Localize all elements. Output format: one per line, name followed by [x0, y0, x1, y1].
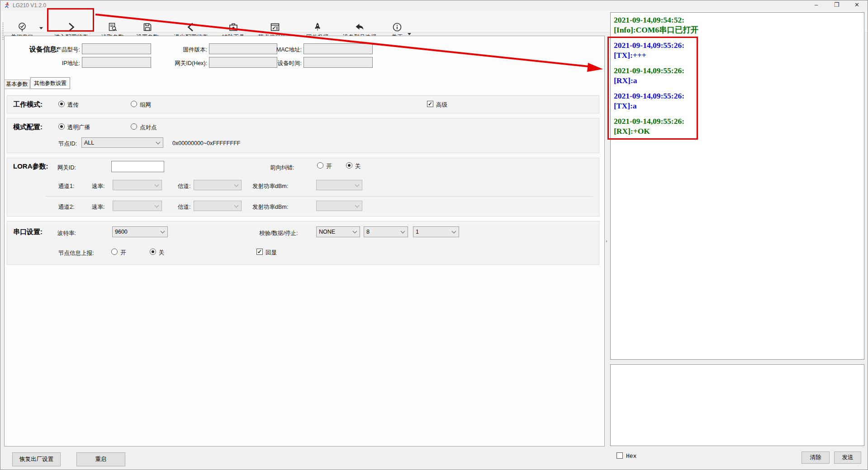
fec-off-radio[interactable] [346, 162, 352, 169]
mode-broadcast-label: 透明广播 [67, 124, 90, 132]
node-report-on-label: 开 [120, 249, 126, 257]
advanced-checkbox[interactable] [427, 101, 433, 107]
rocket-icon [312, 21, 323, 33]
mac-address-label: MAC地址: [265, 46, 302, 54]
read-params-icon [107, 21, 118, 33]
fec-on-radio[interactable] [317, 162, 323, 169]
mode-config-title: 模式配置: [13, 123, 43, 132]
baud-rate-select[interactable]: 9600 [112, 226, 168, 237]
channel2-rate-label: 速率: [92, 203, 104, 211]
device-time-field[interactable] [304, 57, 373, 68]
chevron-down-icon [401, 229, 405, 234]
mac-address-field[interactable] [304, 43, 373, 54]
chevron-down-icon [355, 182, 360, 187]
title-bar: LG210 V1.2.0 – ❐ ✕ [0, 0, 868, 10]
fec-label: 前向纠错: [270, 164, 294, 172]
channel1-rate-select[interactable] [113, 180, 162, 190]
node-report-on-radio[interactable] [111, 249, 118, 255]
lora-title: LORA参数: [13, 162, 48, 171]
node-report-off-radio[interactable] [150, 249, 156, 255]
parity-select[interactable]: NONE [316, 226, 360, 237]
tab-other-params[interactable]: 其他参数设置 [30, 77, 70, 89]
hex-label: Hex [626, 453, 636, 460]
work-mode-title: 工作模式: [13, 100, 43, 109]
gateway-id-hex-label: 网关ID(Hex): [163, 60, 207, 67]
chevron-down-icon [355, 203, 360, 207]
factory-reset-button[interactable]: 恢复出厂设置 [12, 452, 61, 466]
fec-off-label: 关 [355, 163, 361, 170]
mode-config-section [7, 118, 599, 153]
channel-divider [46, 196, 593, 197]
save-icon [142, 21, 153, 33]
hex-checkbox[interactable] [617, 452, 623, 459]
stop-bits-select[interactable]: 1 [413, 226, 459, 237]
window-title: LG210 V1.2.0 [13, 2, 46, 9]
back-arrow-icon [354, 21, 365, 33]
serial-section [7, 221, 599, 265]
baud-rate-label: 波特率: [57, 230, 76, 237]
product-model-label: 产品型号: [44, 46, 80, 54]
work-mode-transparent-label: 透传 [67, 101, 79, 109]
node-id-label: 节点ID: [58, 140, 77, 148]
chevron-down-icon [155, 182, 159, 187]
echo-label: 回显 [266, 249, 277, 257]
lora-gateway-id-label: 网关ID: [57, 164, 76, 172]
minimize-button[interactable]: – [806, 0, 826, 10]
mode-p2p-label: 点对点 [140, 124, 157, 132]
chevron-left-icon [185, 21, 196, 33]
mode-broadcast-radio[interactable] [58, 123, 65, 130]
annotation-box-enter-config [47, 8, 94, 32]
info-icon [392, 21, 403, 33]
channel2-label: 通道2: [58, 203, 74, 211]
toolbox-icon [228, 21, 239, 33]
channel2-channel-select[interactable] [194, 201, 242, 211]
serial-port-check-icon [17, 21, 28, 33]
work-mode-section [7, 95, 599, 113]
channel2-power-label: 发射功率dBm: [252, 203, 288, 211]
clear-button[interactable]: 清除 [802, 451, 830, 464]
work-mode-transparent-radio[interactable] [58, 101, 65, 107]
chevron-down-icon[interactable] [408, 33, 411, 35]
mode-p2p-radio[interactable] [131, 123, 137, 130]
channel1-channel-label: 信道: [178, 183, 190, 190]
channel1-channel-select[interactable] [194, 180, 242, 190]
node-report-off-label: 关 [159, 249, 165, 257]
chevron-down-icon [353, 229, 357, 234]
channel1-label: 通道1: [58, 183, 74, 190]
ip-address-field[interactable] [82, 57, 151, 68]
work-mode-network-label: 组网 [140, 101, 151, 109]
node-id-select[interactable]: ALL [81, 137, 163, 148]
channel2-channel-label: 信道: [178, 203, 190, 211]
toolbar-grip [2, 23, 4, 40]
app-window: LG210 V1.2.0 – ❐ ✕ 关闭串口 进入配置状态 读取参数 [0, 0, 868, 470]
channel1-rate-label: 速率: [92, 183, 104, 190]
serial-title: 串口设置: [13, 228, 43, 236]
firmware-version-label: 固件版本: [170, 46, 207, 54]
splitter-collapse-icon[interactable]: › [606, 238, 607, 244]
channel2-power-select[interactable] [316, 201, 362, 211]
chevron-down-icon [452, 229, 456, 234]
maximize-button[interactable]: ❐ [826, 0, 847, 10]
channel1-power-label: 发射功率dBm: [252, 183, 288, 190]
close-button[interactable]: ✕ [847, 0, 867, 10]
chevron-down-icon [155, 203, 159, 207]
lora-gateway-id-input[interactable] [111, 161, 164, 172]
channel1-power-select[interactable] [316, 180, 362, 190]
echo-checkbox[interactable] [256, 249, 263, 255]
node-id-range-hint: 0x00000000~0xFFFFFFFF [172, 140, 240, 146]
annotation-box-log-entries [607, 37, 698, 140]
stats-window-icon [270, 21, 280, 33]
node-report-label: 节点信息上报: [58, 249, 94, 257]
restart-button[interactable]: 重启 [76, 452, 125, 466]
advanced-label: 高级 [436, 101, 447, 109]
channel2-rate-select[interactable] [113, 201, 162, 211]
chevron-down-icon[interactable] [39, 27, 43, 29]
tab-basic-params[interactable]: 基本参数 [4, 80, 30, 89]
work-mode-network-radio[interactable] [131, 101, 137, 107]
send-input[interactable] [610, 364, 864, 446]
chevron-down-icon [156, 140, 161, 144]
data-bits-select[interactable]: 8 [364, 226, 408, 237]
product-model-field[interactable] [82, 43, 151, 54]
send-button[interactable]: 发送 [834, 451, 861, 464]
device-time-label: 设备时间: [265, 60, 302, 67]
